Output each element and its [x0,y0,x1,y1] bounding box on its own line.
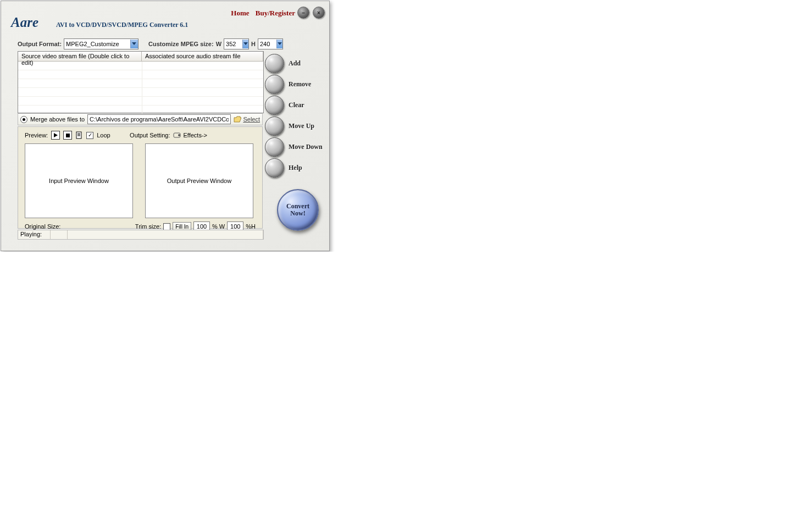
moveup-label: Move Up [289,122,314,130]
table-row[interactable] [18,62,263,70]
effects-icon [173,132,182,138]
trim-height-unit: %H [246,223,256,230]
loop-label: Loop [97,132,110,138]
status-bar: Playing: [18,230,264,240]
document-button[interactable] [75,131,83,139]
help-button[interactable] [265,158,284,178]
height-label: H [251,41,256,47]
titlebar: Home Buy/Register – × Aare AVI to VCD/DV… [1,1,329,33]
app-subtitle: AVI to VCD/DVD/SVCD/MPEG Converter 6.1 [56,21,188,29]
col-source-video[interactable]: Source video stream file (Double click t… [18,52,142,62]
help-label: Help [289,164,302,172]
chevron-down-icon[interactable] [242,40,248,48]
input-preview-window: Input Preview Window [25,143,133,218]
status-cell-3 [68,230,263,239]
select-folder-button[interactable]: Select [234,116,260,123]
output-format-dropdown[interactable] [64,38,138,49]
customize-size-label: Customize MPEG size: [148,41,214,47]
close-button[interactable]: × [313,7,325,19]
col-source-audio[interactable]: Associated source audio stream file [142,52,263,62]
table-row[interactable] [18,70,263,79]
preview-label: Preview: [25,132,48,138]
stop-icon [66,134,70,137]
svg-rect-5 [76,132,81,138]
trim-checkbox[interactable] [163,223,170,230]
table-row[interactable] [18,88,263,97]
play-button[interactable] [51,131,60,140]
minimize-button[interactable]: – [297,7,309,19]
output-preview-window: Output Preview Window [145,143,253,218]
merge-label: Merge above files to [30,116,85,123]
height-value[interactable] [258,40,276,48]
clear-label: Clear [289,101,304,109]
height-dropdown[interactable] [258,38,283,49]
add-button[interactable] [265,54,284,73]
table-header: Source video stream file (Double click t… [18,52,263,62]
folder-open-icon [234,116,241,123]
chevron-down-icon[interactable] [130,40,138,48]
status-cell-2 [51,230,68,239]
width-value[interactable] [224,40,242,48]
preview-panel: Preview: Loop [18,126,263,229]
clear-button[interactable] [265,96,284,115]
loop-checkbox[interactable] [86,132,93,139]
svg-rect-4 [66,134,70,137]
width-label: W [216,41,221,47]
effects-button[interactable]: Effects-> [173,132,207,138]
play-icon [54,133,58,137]
movedown-button[interactable] [265,137,284,157]
table-row[interactable] [18,97,263,106]
trim-width-unit: % W [212,223,225,230]
remove-label: Remove [289,80,311,88]
remove-button[interactable] [265,75,284,94]
window-buttons: – × [297,7,325,19]
moveup-button[interactable] [265,117,284,136]
output-format-label: Output Format: [18,41,62,47]
file-table[interactable]: Source video stream file (Double click t… [18,51,264,113]
width-dropdown[interactable] [224,38,249,49]
top-links: Home Buy/Register [231,9,295,18]
format-row: Output Format: Customize MPEG size: W H [18,38,283,49]
svg-marker-3 [54,133,58,137]
merge-path-input[interactable] [87,114,231,124]
output-setting-label: Output Setting: [130,132,170,138]
preview-toolbar: Preview: Loop [25,130,256,140]
merge-radio[interactable] [20,116,27,123]
svg-marker-1 [243,42,248,45]
chevron-down-icon[interactable] [276,40,282,48]
logo: Aare [11,15,38,30]
svg-point-10 [178,134,180,136]
trim-size-label: Trim size: [135,223,161,230]
home-link[interactable]: Home [231,9,249,17]
document-icon [76,131,82,139]
original-size-label: Original Size: [25,223,60,230]
stop-button[interactable] [63,131,72,140]
svg-marker-2 [278,42,282,45]
output-format-value[interactable] [64,40,130,48]
app-window: Home Buy/Register – × Aare AVI to VCD/DV… [1,1,330,251]
movedown-label: Move Down [289,143,323,151]
add-label: Add [289,59,301,68]
convert-line2: Now! [290,210,305,217]
status-playing-label: Playing: [18,230,51,239]
convert-now-button[interactable]: Convert Now! [277,189,319,231]
buy-register-link[interactable]: Buy/Register [256,9,295,17]
table-body[interactable] [18,62,263,114]
svg-marker-0 [132,42,136,45]
side-buttons: Add Remove Clear Move Up Move Down Help [265,53,323,178]
merge-row: Merge above files to Select [18,113,263,125]
table-row[interactable] [18,79,263,88]
